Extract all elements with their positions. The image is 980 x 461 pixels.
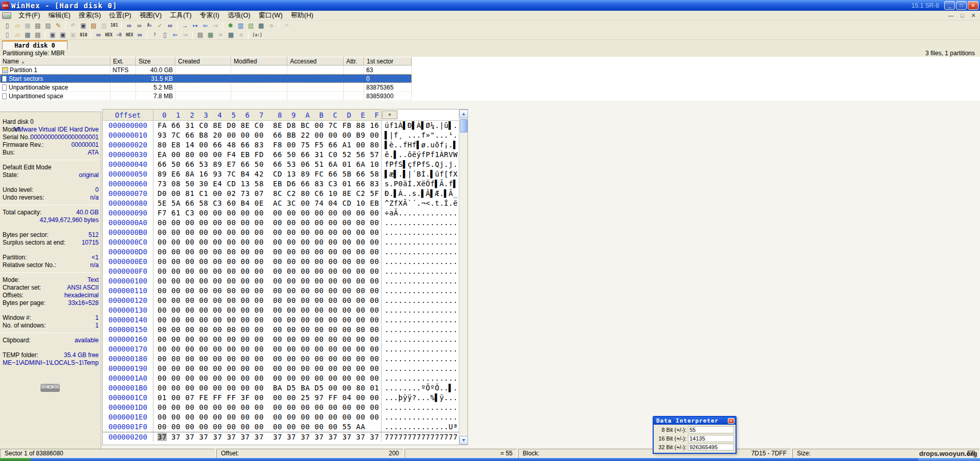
menu-item-6[interactable]: 专家(I) <box>196 10 224 20</box>
goto-sector-icon[interactable]: ▯ <box>160 31 170 39</box>
hex-ascii[interactable]: ................ <box>381 344 459 354</box>
drive-a-icon[interactable]: [a:] <box>251 31 263 39</box>
goto-byte-icon[interactable]: ↪B <box>114 31 124 39</box>
open-folder-icon[interactable]: ▱ <box>12 31 23 39</box>
scroll-down-icon[interactable]: ▼ <box>459 436 468 445</box>
save-plus-icon[interactable]: ▦ <box>205 31 215 39</box>
document-system-icon[interactable] <box>2 12 11 19</box>
hex-ascii[interactable]: ................ <box>381 325 459 335</box>
find-hex-icon[interactable]: ∞ <box>165 21 175 30</box>
hex-bytes[interactable]: 5E 5A 66 58 C3 60 B4 0E AC 3C 00 74 04 C… <box>153 199 381 208</box>
goto-offset-icon[interactable]: → <box>180 21 190 30</box>
hex-bytes[interactable]: 00 00 00 00 00 00 00 00 00 00 00 00 00 0… <box>153 276 381 286</box>
hex-bytes[interactable]: 00 00 00 00 00 00 00 00 00 00 00 00 00 0… <box>153 374 381 383</box>
title-bar[interactable]: HEX WinHex - [Hard disk 0] 15.1 SR-8 _ □… <box>0 0 980 11</box>
hex-ascii[interactable]: ..............Uª <box>381 422 459 432</box>
print-report-icon[interactable]: ▤ <box>33 31 43 39</box>
hex-bytes[interactable]: 01 00 07 FE FF FF 3F 00 00 00 25 97 FF 0… <box>153 393 381 403</box>
hex-ascii[interactable]: ................ <box>381 354 459 364</box>
new-file-icon[interactable]: ▯ <box>2 21 12 30</box>
hex-ascii[interactable]: ................ <box>381 286 459 296</box>
menu-item-4[interactable]: 视图(V) <box>136 10 166 20</box>
hex-bytes[interactable]: FA 66 31 C0 8E D0 8E C0 8E D8 BC 00 7C F… <box>153 121 381 130</box>
continue-search-icon[interactable]: ✓ <box>154 21 165 30</box>
hex-bytes[interactable]: 00 00 00 00 00 00 00 00 00 00 00 00 00 0… <box>153 218 381 228</box>
hex-bytes[interactable]: 00 00 00 00 00 00 00 00 00 00 00 00 00 0… <box>153 237 381 247</box>
calculator-icon[interactable]: ▦ <box>256 21 266 30</box>
menu-item-7[interactable]: 选项(O) <box>224 10 255 20</box>
table-row[interactable]: Partition 1NTFS40.0 GB63 <box>0 65 412 74</box>
find-next-icon[interactable]: ∞ <box>134 21 144 30</box>
minimize-button[interactable]: _ <box>944 1 955 10</box>
hex-bytes[interactable]: 73 08 50 30 E4 CD 13 58 EB D6 66 83 C3 0… <box>153 179 381 189</box>
hex-ascii[interactable]: ................ <box>381 228 459 237</box>
hex-ascii[interactable]: ê.▌..ôëýfPf1ÀRVW <box>381 150 459 160</box>
hex-bytes[interactable]: 00 00 00 00 00 00 00 00 00 00 00 00 00 0… <box>153 412 381 422</box>
column-header-modified[interactable]: Modified <box>231 57 287 65</box>
replace-text-icon[interactable]: A↓ <box>144 21 154 30</box>
hex-ascii[interactable]: ........ºÕºÕ..▌. <box>381 383 459 393</box>
goto-page-icon[interactable]: ↦ <box>190 21 200 30</box>
hex-ascii[interactable]: fPfS▌çfPfS.Qj.j. <box>381 160 459 169</box>
binary-010-icon[interactable]: 010 <box>78 31 88 39</box>
hex-ascii[interactable]: ................ <box>381 257 459 267</box>
hex-ascii[interactable]: ................ <box>381 276 459 286</box>
hex-scrollbar[interactable]: ▲ ▼ <box>459 109 467 445</box>
taskbar[interactable] <box>0 458 980 461</box>
convert-101-icon[interactable]: 101 <box>109 21 119 30</box>
chevron-down-icon[interactable]: ▼ <box>382 111 397 119</box>
hex-ascii[interactable]: ................ <box>381 237 459 247</box>
hex-bytes[interactable]: 00 00 00 00 00 00 00 00 00 00 00 00 00 0… <box>153 247 381 257</box>
open-disk-icon[interactable]: ▯ <box>2 31 12 39</box>
hex-ascii[interactable]: s.P0äÍ.XëÖf▌Ã.f▌ <box>381 179 459 189</box>
menu-item-3[interactable]: 位置(P) <box>105 10 135 20</box>
close-icon[interactable]: ✕ <box>728 418 734 424</box>
hex-ascii[interactable]: ÷aÃ............. <box>381 208 459 218</box>
copy-block-icon[interactable]: ▣ <box>48 31 58 39</box>
hex-bytes[interactable]: 00 00 00 00 00 00 00 00 00 00 00 00 00 0… <box>153 344 381 354</box>
hex-mode-2-icon[interactable]: HEX <box>124 31 135 39</box>
start-button-fragment[interactable] <box>0 458 31 461</box>
column-header-attr-[interactable]: Attr. <box>344 57 364 65</box>
close-button[interactable]: ✕ <box>968 1 978 10</box>
hex-ascii[interactable]: ................ <box>381 412 459 422</box>
hex-bytes[interactable]: 93 7C 66 B8 20 00 00 00 66 BB 22 00 00 0… <box>153 130 381 140</box>
hex-ascii[interactable]: ................ <box>381 335 459 344</box>
hex-ascii[interactable]: ................ <box>381 247 459 257</box>
cursor-byte[interactable]: 37 <box>158 433 167 441</box>
print-icon[interactable]: ▤ <box>33 21 43 30</box>
magnifier-icon[interactable]: ○ <box>236 31 246 39</box>
hex-bytes[interactable]: 00 00 00 00 00 00 00 00 00 00 00 00 00 0… <box>153 403 381 412</box>
simultaneous-search-icon[interactable]: ≈ <box>215 31 226 39</box>
column-header-name[interactable]: Name▲ <box>0 57 110 65</box>
back-position-icon[interactable]: ⇐ <box>170 31 180 39</box>
hex-ascii[interactable]: ................ <box>381 267 459 276</box>
hex-ascii[interactable]: ▌æ▌.▌|´BÍ.▌üf[fX <box>381 169 459 179</box>
hex-bytes[interactable]: 00 00 00 00 00 00 00 00 00 00 00 00 00 0… <box>153 325 381 335</box>
scrollbar-thumb[interactable] <box>460 119 467 133</box>
scroll-up-icon[interactable]: ▲ <box>459 109 468 118</box>
hex-bytes[interactable]: 00 00 00 00 00 00 00 00 00 00 00 00 00 0… <box>153 267 381 276</box>
column-header-size[interactable]: Size <box>136 57 175 65</box>
hex-bytes[interactable]: 00 00 00 00 00 00 00 00 BA D5 BA D5 00 0… <box>153 383 381 393</box>
hex-bytes[interactable]: 00 00 00 00 00 00 00 00 00 00 00 00 00 0… <box>153 354 381 364</box>
ram-editor-icon[interactable]: ▧ <box>246 21 256 30</box>
tools-icon[interactable]: ✱ <box>225 21 235 30</box>
hex-bytes[interactable]: 00 00 00 00 00 00 00 00 00 00 00 00 00 5… <box>153 422 381 432</box>
hex-bytes[interactable]: 80 E8 14 00 66 48 66 83 F8 00 75 F5 66 A… <box>153 140 381 150</box>
hex-bytes[interactable]: 89 E6 8A 16 93 7C B4 42 CD 13 89 FC 66 5… <box>153 169 381 179</box>
table-row[interactable]: Unpartitionable space5.2 MB83875365 <box>0 83 412 92</box>
table-row[interactable]: Unpartitioned space7.8 MB83859300 <box>0 92 412 100</box>
menu-item-8[interactable]: 窗口(W) <box>255 10 287 20</box>
table-row[interactable]: Start sectors31.5 KB0 <box>0 74 412 83</box>
find-hex-next-icon[interactable]: ∞ <box>135 31 145 39</box>
calculator-2-icon[interactable]: ▦ <box>226 31 236 39</box>
hex-ascii[interactable]: ^ZfXÃ`´.¬<.t.Í.ë <box>381 199 459 208</box>
hex-bytes[interactable]: F7 61 C3 00 00 00 00 00 00 00 00 00 00 0… <box>153 208 381 218</box>
hex-ascii[interactable]: ................ <box>381 403 459 412</box>
hex-bytes[interactable]: 66 50 66 53 89 E7 66 50 66 53 06 51 6A 0… <box>153 160 381 169</box>
save-sectors-icon[interactable]: ▦ <box>23 31 33 39</box>
mdi-minimize-button[interactable]: — <box>947 12 954 19</box>
menu-item-1[interactable]: 编辑(E) <box>44 10 75 20</box>
column-header-ext-[interactable]: Ext. <box>110 57 136 65</box>
